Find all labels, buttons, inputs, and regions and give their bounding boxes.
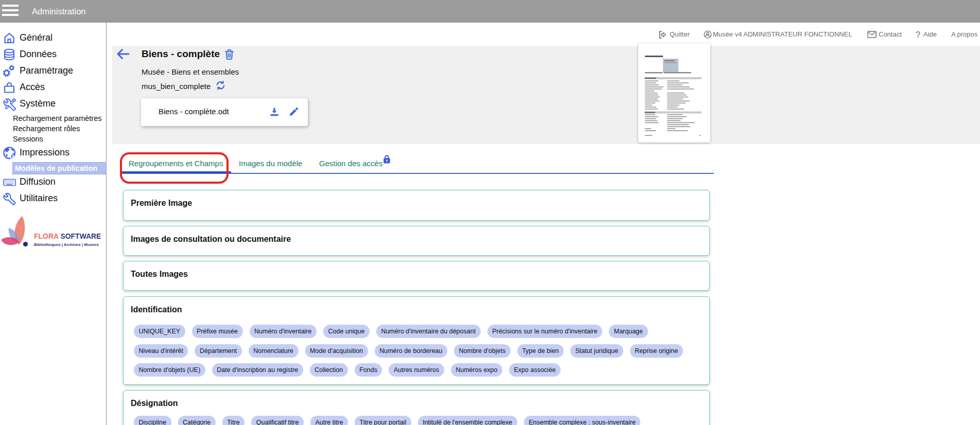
svg-text:Bibliothèques | Archives | Mus: Bibliothèques | Archives | Musées <box>34 242 99 247</box>
svg-text:FLORA SOFTWARE: FLORA SOFTWARE <box>34 233 101 240</box>
